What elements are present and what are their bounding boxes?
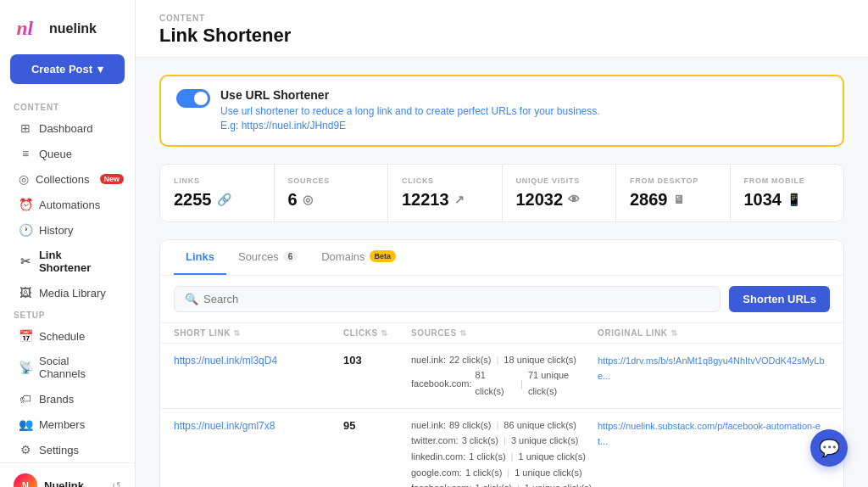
- settings-icon: ⚙: [19, 443, 32, 456]
- source-row: facebook.com: 1 click(s) | 1 unique clic…: [411, 480, 598, 487]
- stats-row: Links 2255 🔗 Sources 6 ◎ Clicks: [159, 164, 844, 222]
- stat-sources-label: Sources: [288, 176, 375, 185]
- sidebar-item-brands[interactable]: 🏷 Brands: [5, 386, 130, 411]
- sidebar-item-label: Social Channels: [39, 355, 116, 380]
- tabs-header: Links Sources 6 Domains Beta: [160, 240, 843, 276]
- sidebar-item-members[interactable]: 👥 Members: [5, 411, 130, 437]
- sources-cell: nuel.ink: 22 click(s) | 18 unique click(…: [411, 352, 598, 400]
- beta-badge: Beta: [370, 250, 397, 262]
- avatar: N: [14, 473, 37, 487]
- search-input-wrap[interactable]: 🔍: [174, 286, 721, 312]
- eye-icon: 👁: [568, 193, 580, 206]
- source-clicks: 81 click(s): [476, 367, 516, 399]
- stat-clicks: Clicks 12213 ↗: [388, 165, 503, 221]
- mobile-icon: 📱: [787, 193, 801, 206]
- stat-sources-value: 6 ◎: [288, 190, 375, 210]
- source-clicks: 89 click(s): [449, 417, 492, 434]
- tab-links[interactable]: Links: [174, 240, 226, 275]
- social-channels-icon: 📡: [19, 361, 32, 374]
- shorten-urls-button[interactable]: Shorten URLs: [729, 286, 830, 312]
- stat-clicks-label: Clicks: [402, 176, 488, 185]
- sidebar-item-history[interactable]: 🕐 History: [5, 217, 130, 243]
- stat-unique-visits-value: 12032 👁: [516, 190, 603, 210]
- clicks-value: 95: [343, 417, 355, 432]
- workspace-name: Nuelink: [44, 479, 105, 488]
- short-link[interactable]: https://nuel.ink/gml7x8: [174, 420, 275, 432]
- sort-icon: ⇅: [233, 328, 241, 338]
- source-site: nuel.ink:: [411, 417, 446, 434]
- short-link[interactable]: https://nuel.ink/ml3qD4: [174, 355, 277, 367]
- stat-links-value: 2255 🔗: [174, 190, 260, 210]
- url-shortener-banner: Use URL Shortener Use url shortener to r…: [159, 75, 844, 147]
- sort-icon: ⇅: [459, 328, 467, 338]
- search-bar-row: 🔍 Shorten URLs: [160, 276, 843, 323]
- sidebar-item-queue[interactable]: ≡ Queue: [5, 141, 130, 166]
- source-clicks: 1 click(s): [469, 449, 505, 465]
- original-link[interactable]: https://nuelink.substack.com/p/facebook-…: [598, 419, 821, 446]
- stat-clicks-value: 12213 ↗: [402, 190, 488, 210]
- source-clicks: 1 click(s): [465, 465, 502, 481]
- sidebar-item-label: Media Library: [39, 287, 106, 299]
- chat-fab[interactable]: 💬: [810, 429, 848, 467]
- url-shortener-toggle[interactable]: [176, 89, 210, 108]
- source-site: twitter.com:: [411, 433, 459, 449]
- sidebar-item-social-channels[interactable]: 📡 Social Channels: [5, 349, 130, 386]
- sources-cell: nuel.ink: 89 click(s) | 86 unique click(…: [411, 417, 598, 487]
- clicks-value: 103: [343, 352, 362, 367]
- chat-icon: 💬: [819, 438, 840, 458]
- sidebar-item-label: Dashboard: [39, 122, 93, 135]
- sidebar-item-collections[interactable]: ◎ Collections New: [5, 166, 130, 192]
- tab-domains[interactable]: Domains Beta: [309, 240, 408, 275]
- sidebar-item-schedule[interactable]: 📅 Schedule: [5, 323, 130, 349]
- setup-section: Setup 📅 Schedule 📡 Social Channels 🏷 Bra…: [0, 305, 135, 462]
- original-link-cell: https://nuelink.substack.com/p/facebook-…: [598, 417, 830, 448]
- source-clicks: 1 click(s): [476, 480, 512, 487]
- svg-text:nl: nl: [17, 17, 34, 39]
- banner-description: Use url shortener to reduce a long link …: [220, 104, 600, 133]
- sidebar-item-link-shortener[interactable]: ✂ Link Shortener: [5, 243, 130, 280]
- sort-icon: ⇅: [670, 328, 678, 338]
- source-row: twitter.com: 3 click(s) | 3 unique click…: [411, 433, 598, 449]
- sidebar-item-label: History: [39, 224, 73, 237]
- brands-icon: 🏷: [19, 392, 32, 406]
- col-sources: Sources ⇅: [411, 328, 598, 338]
- sidebar-item-label: Brands: [39, 393, 74, 406]
- col-short-link: Short Link ⇅: [174, 328, 343, 338]
- content-section: Content ⊞ Dashboard ≡ Queue ◎ Collection…: [0, 98, 135, 305]
- search-input[interactable]: [203, 293, 709, 305]
- members-icon: 👥: [19, 417, 32, 431]
- schedule-icon: 📅: [19, 329, 32, 343]
- short-link-cell: https://nuel.ink/gml7x8: [174, 417, 343, 433]
- dashboard-icon: ⊞: [19, 121, 32, 135]
- tab-sources[interactable]: Sources 6: [226, 240, 309, 275]
- col-clicks: Clicks ⇅: [343, 328, 411, 338]
- original-link[interactable]: https://1drv.ms/b/s!AnMt1q8gyu4NhItvVODd…: [598, 354, 825, 381]
- sort-icon: ⇅: [381, 328, 388, 338]
- original-link-cell: https://1drv.ms/b/s!AnMt1q8gyu4NhItvVODd…: [598, 352, 830, 383]
- source-site: linkedin.com:: [411, 449, 465, 465]
- sidebar-bottom[interactable]: N Nuelink ↺: [0, 462, 135, 487]
- sidebar-item-settings[interactable]: ⚙ Settings: [5, 437, 130, 462]
- stat-unique-visits: Unique Visits 12032 👁: [503, 165, 617, 221]
- stat-sources: Sources 6 ◎: [275, 165, 389, 221]
- source-unique: 1 unique click(s): [515, 465, 581, 481]
- sidebar-item-label: Members: [39, 418, 85, 431]
- source-row: nuel.ink: 22 click(s) | 18 unique click(…: [411, 352, 598, 368]
- sidebar-item-label: Collections: [36, 173, 90, 186]
- section-label: Content: [159, 14, 844, 23]
- sidebar-item-media-library[interactable]: 🖼 Media Library: [5, 280, 130, 305]
- content-section-label: Content: [0, 98, 135, 115]
- sidebar-item-automations[interactable]: ⏰ Automations: [5, 192, 130, 217]
- stat-from-mobile-value: 1034 📱: [744, 190, 831, 210]
- page-header: Content Link Shortener: [136, 0, 868, 58]
- logo-text: nuelink: [49, 21, 97, 36]
- links-icon: 🔗: [217, 193, 231, 206]
- sidebar-item-dashboard[interactable]: ⊞ Dashboard: [5, 115, 130, 141]
- desktop-icon: 🖥: [673, 193, 685, 206]
- new-badge: New: [100, 174, 125, 184]
- toggle-track: [176, 89, 210, 108]
- create-post-button[interactable]: Create Post ▾: [10, 54, 125, 84]
- banner-title: Use URL Shortener: [220, 88, 600, 102]
- source-unique: 1 unique click(s): [525, 480, 592, 487]
- sidebar-item-label: Queue: [39, 148, 72, 160]
